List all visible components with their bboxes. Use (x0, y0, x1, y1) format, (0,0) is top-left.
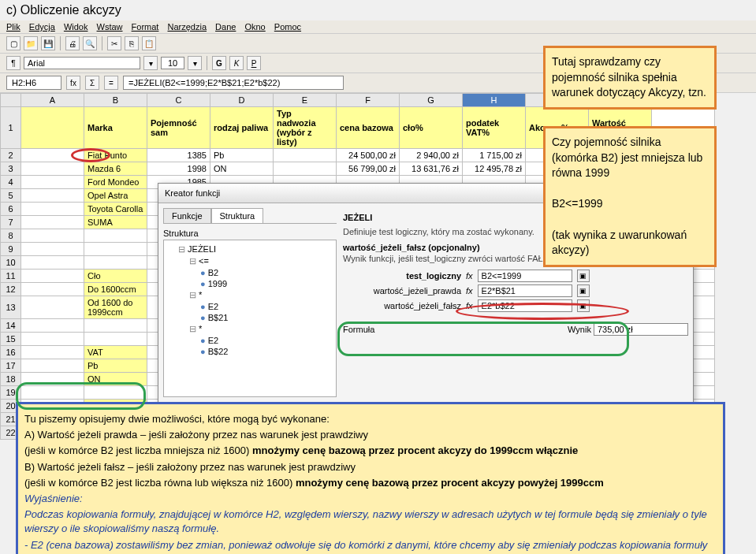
section-title: c) Obliczenie akcyzy (0, 0, 756, 20)
callout-orange-2: Czy pojemność silnika (komórka B2) jest … (543, 126, 717, 267)
function-name: JEŻELI (343, 213, 372, 222)
shrink-icon[interactable]: ▣ (577, 284, 590, 297)
param-label: test_logiczny (343, 271, 461, 281)
param-label: wartość_jeżeli_prawda (343, 286, 461, 296)
fx-icon[interactable]: fx (466, 271, 473, 281)
param-input-1[interactable] (478, 284, 572, 297)
menu-data[interactable]: Dane (215, 22, 236, 32)
open-icon[interactable]: 📁 (24, 36, 38, 50)
font-dropdown-icon[interactable]: ▾ (143, 56, 158, 70)
new-icon[interactable]: ▢ (6, 36, 20, 50)
font-name-select[interactable] (24, 57, 140, 69)
underline-icon[interactable]: P (247, 56, 261, 70)
fx-icon[interactable]: fx (66, 76, 80, 90)
menu-edit[interactable]: Edycja (29, 22, 55, 32)
result-value (594, 323, 688, 336)
param-label: wartość_jeżeli_fałsz (343, 301, 461, 310)
menu-window[interactable]: Okno (244, 22, 265, 32)
menu-tools[interactable]: Narzędzia (167, 22, 207, 32)
menu-file[interactable]: Plik (6, 22, 20, 32)
shrink-icon[interactable]: ▣ (577, 270, 590, 282)
cell-reference-box[interactable] (6, 76, 61, 90)
shrink-icon[interactable]: ▣ (577, 299, 590, 312)
tab-functions[interactable]: Funkcje (163, 208, 211, 223)
param-input-2[interactable] (478, 299, 572, 312)
tab-structure[interactable]: Struktura (211, 208, 264, 223)
equals-icon[interactable]: = (104, 76, 118, 90)
bold-icon[interactable]: G (212, 56, 226, 70)
save-icon[interactable]: 💾 (41, 36, 55, 50)
structure-tree[interactable]: ⊟ JEŻELI ⊟ <= ● B2 ● 1999 ⊟ * ● E2 ● B$2… (163, 240, 337, 397)
wizard-title: Kreator funkcji (165, 188, 220, 198)
cut-icon[interactable]: ✂ (107, 36, 121, 50)
print-icon[interactable]: 🖨 (65, 36, 80, 50)
callout-blue: Tu piszemy opisujemy dwie możliwości, kt… (16, 402, 725, 554)
italic-icon[interactable]: K (229, 56, 244, 70)
formula-label: Formuła (343, 325, 374, 334)
formula-input[interactable] (123, 76, 344, 90)
menu-format[interactable]: Format (132, 22, 159, 32)
menu-help[interactable]: Pomoc (274, 22, 301, 32)
structure-label: Struktura (163, 229, 337, 238)
preview-icon[interactable]: 🔍 (83, 36, 97, 50)
menu-view[interactable]: Widok (64, 22, 88, 32)
fx-icon[interactable]: fx (466, 286, 473, 296)
copy-icon[interactable]: ⎘ (125, 36, 139, 50)
menu-bar: Plik Edycja Widok Wstaw Format Narzędzia… (0, 20, 756, 34)
font-size-select[interactable] (161, 57, 184, 69)
fx-icon[interactable]: fx (466, 301, 473, 310)
size-dropdown-icon[interactable]: ▾ (188, 56, 202, 70)
callout-orange-1: Tutaj sprawdzamy czy pojemność silnika s… (543, 46, 717, 110)
param-input-0[interactable] (478, 270, 572, 282)
paste-icon[interactable]: 📋 (142, 36, 156, 50)
menu-insert[interactable]: Wstaw (97, 22, 123, 32)
sum-icon[interactable]: Σ (85, 76, 99, 90)
style-icon[interactable]: ¶ (6, 56, 20, 70)
